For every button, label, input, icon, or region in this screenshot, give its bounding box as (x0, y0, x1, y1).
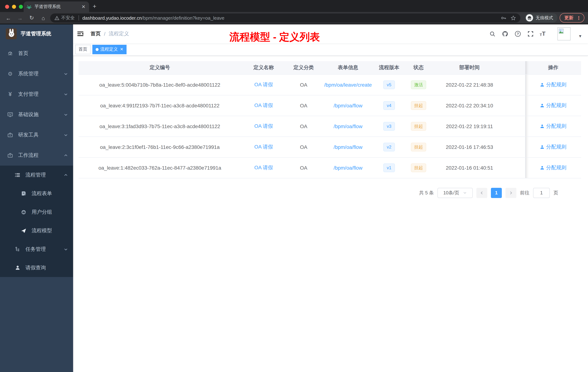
definition-name-link[interactable]: OA 请假 (254, 102, 273, 108)
sidebar-item-label: 流程模型 (32, 227, 68, 234)
sidebar-item-label: 用户分组 (32, 209, 68, 215)
form-link[interactable]: /bpm/oa/leave/create (324, 82, 372, 88)
browser-menu-kebab-icon[interactable]: ⋮ (576, 15, 581, 21)
app-navbar: 首页 / 流程定义 ? T (73, 24, 588, 43)
goto-page-input[interactable] (533, 188, 550, 198)
user-icon (540, 103, 544, 108)
assign-rule-button[interactable]: 分配规则 (540, 164, 567, 171)
sidebar-item-infrastructure[interactable]: 基础设施 (0, 104, 73, 125)
back-icon[interactable]: ← (4, 15, 13, 21)
assign-rule-button[interactable]: 分配规则 (540, 144, 567, 150)
sidebar-item-leave-query[interactable]: 请假查询 (0, 258, 73, 277)
not-secure-warning-icon[interactable] (54, 15, 59, 20)
tab-title: 芋道管理系统 (34, 4, 81, 10)
definition-name-link[interactable]: OA 请假 (254, 144, 273, 149)
tag-process-definition[interactable]: 流程定义 ✕ (92, 44, 126, 54)
fullscreen-icon[interactable] (527, 30, 534, 37)
github-icon[interactable] (502, 30, 509, 37)
incognito-label: 无痕模式 (536, 15, 553, 21)
page-unit-label: 页 (554, 189, 558, 196)
assign-rule-button[interactable]: 分配规则 (540, 102, 567, 109)
tag-home[interactable]: 首页 (75, 44, 91, 54)
password-key-icon[interactable] (501, 15, 506, 21)
page-size-select[interactable]: 10条/页 (437, 188, 473, 198)
form-link[interactable]: /bpm/oa/flow (334, 144, 363, 150)
incognito-badge[interactable]: 无痕模式 (525, 13, 557, 22)
window-close-button[interactable] (5, 5, 9, 9)
breadcrumb-home[interactable]: 首页 (91, 31, 101, 37)
pagination-total: 共 5 条 (419, 189, 434, 196)
page-number-button[interactable]: 1 (491, 188, 502, 198)
sidebar-item-process-form[interactable]: 流程表单 (0, 184, 73, 203)
sidebar-logo[interactable]: 芋道管理系统 (0, 24, 73, 43)
tab-close-icon[interactable]: ✕ (81, 4, 86, 10)
sidebar-item-system[interactable]: ⚙ 系统管理 (0, 64, 73, 84)
page-content: 定义编号 定义名称 定义分类 表单信息 流程版本 状态 部署时间 操作 (73, 56, 588, 372)
cell-deploy-time: 2022-01-22 20:34:10 (434, 95, 505, 116)
hamburger-icon[interactable] (77, 30, 85, 38)
browser-tab[interactable]: 芋道管理系统 ✕ (24, 1, 89, 12)
cell-category: OA (286, 74, 321, 95)
forward-icon[interactable]: → (15, 15, 25, 21)
dashboard-icon (7, 51, 13, 56)
version-badge: v3 (383, 122, 395, 131)
cell-definition-id: oa_leave:5:004b710b-7b8a-11ec-8ef0-acde4… (79, 74, 241, 95)
home-icon[interactable]: ⌂ (39, 15, 48, 21)
cell-deploy-time: 2022-01-22 19:19:11 (434, 116, 505, 136)
sidebar-item-label: 研发工具 (18, 132, 64, 138)
cell-definition-id: oa_leave:4:991f2193-7b7f-11ec-a3c8-acde4… (79, 95, 241, 116)
prev-page-button[interactable] (476, 188, 487, 198)
window-zoom-button[interactable] (19, 5, 23, 9)
sidebar-item-process-model[interactable]: 流程模型 (0, 221, 73, 240)
form-link[interactable]: /bpm/oa/flow (334, 123, 363, 129)
assign-rule-button[interactable]: 分配规则 (540, 81, 567, 88)
user-icon (540, 145, 544, 149)
avatar[interactable] (557, 27, 571, 40)
sidebar-item-payment[interactable]: ¥ 支付管理 (0, 84, 73, 104)
sidebar-item-task-manage[interactable]: 任务管理 (0, 240, 73, 258)
url-divider (78, 15, 79, 20)
sidebar-item-label: 任务管理 (25, 246, 64, 252)
payment-icon: ¥ (7, 91, 13, 97)
page-size-value: 10条/页 (443, 189, 459, 196)
definition-name-link[interactable]: OA 请假 (254, 123, 273, 129)
new-tab-button[interactable]: + (93, 3, 96, 10)
font-size-icon[interactable]: TT (540, 31, 546, 37)
reload-icon[interactable]: ↻ (27, 15, 36, 21)
url-path: /bpm/manager/definition?key=oa_leave (142, 15, 225, 21)
cell-spacer (505, 116, 525, 136)
search-icon[interactable] (489, 30, 496, 37)
caret-down-icon[interactable]: ▼ (578, 34, 582, 38)
task-manage-icon (15, 246, 20, 252)
window-minimize-button[interactable] (12, 5, 16, 9)
definition-name-link[interactable]: OA 请假 (254, 81, 273, 87)
next-page-button[interactable] (505, 188, 516, 198)
assign-rule-button[interactable]: 分配规则 (540, 123, 567, 129)
address-bar[interactable]: 不安全 dashboard.yudao.iocoder.cn/bpm/manag… (50, 13, 520, 22)
form-link[interactable]: /bpm/oa/flow (334, 165, 363, 171)
col-header-spacer (505, 61, 525, 74)
sidebar-item-home[interactable]: 首页 (0, 43, 73, 64)
col-header-status: 状态 (403, 61, 434, 74)
help-icon[interactable]: ? (514, 30, 521, 37)
definition-name-link[interactable]: OA 请假 (254, 164, 273, 170)
chrome-update-button[interactable]: 更新 ⋮ (560, 13, 584, 22)
chevron-right-icon (509, 191, 513, 195)
sidebar-item-workflow[interactable]: 工作流程 (0, 145, 73, 166)
cell-spacer (505, 157, 525, 178)
tag-close-icon[interactable]: ✕ (120, 47, 123, 52)
sidebar-item-label: 流程表单 (32, 190, 68, 197)
update-label: 更新 (564, 15, 573, 21)
user-icon (540, 124, 544, 128)
form-link[interactable]: /bpm/oa/flow (334, 102, 363, 108)
sidebar-item-user-group[interactable]: 用户分组 (0, 203, 73, 221)
cell-spacer (505, 74, 525, 95)
bookmark-star-icon[interactable] (511, 15, 516, 21)
table-row: oa_leave:1:482ec033-762a-11ec-8477-a2380… (79, 157, 581, 178)
cell-deploy-time: 2022-01-16 17:46:53 (434, 136, 505, 157)
col-header-version: 流程版本 (375, 61, 403, 74)
status-badge: 挂起 (411, 142, 426, 151)
url-domain: dashboard.yudao.iocoder.cn (82, 15, 142, 21)
sidebar-item-process-manage[interactable]: 流程管理 (0, 166, 73, 184)
sidebar-item-devtools[interactable]: 研发工具 (0, 125, 73, 145)
